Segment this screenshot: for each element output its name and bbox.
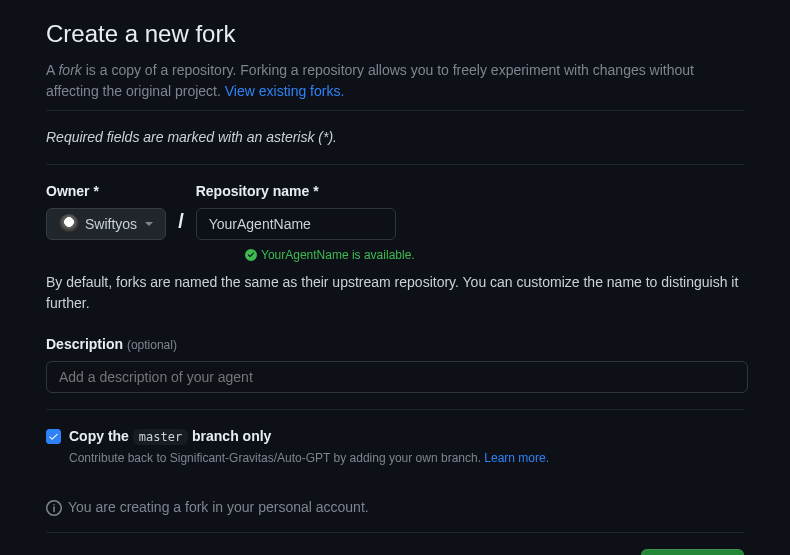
branch-badge: master	[133, 429, 188, 445]
owner-selected-value: Swiftyos	[85, 214, 137, 235]
owner-select[interactable]: Swiftyos	[46, 208, 166, 240]
availability-status: YourAgentName is available.	[245, 246, 744, 264]
info-text: You are creating a fork in your personal…	[68, 497, 369, 518]
check-icon	[48, 431, 59, 442]
description-label: Description	[46, 336, 123, 352]
learn-more-link[interactable]: Learn more.	[484, 451, 549, 465]
optional-label: (optional)	[127, 338, 177, 352]
description-input[interactable]	[46, 361, 748, 393]
caret-down-icon	[145, 222, 153, 226]
info-icon	[46, 500, 62, 516]
name-help-text: By default, forks are named the same as …	[46, 272, 744, 314]
copy-branch-label: Copy the master branch only	[69, 426, 744, 447]
check-circle-icon	[245, 249, 257, 261]
repo-name-label: Repository name *	[196, 181, 396, 202]
avatar	[59, 214, 79, 234]
create-fork-button[interactable]: Create fork	[641, 549, 744, 555]
divider	[46, 409, 744, 410]
copy-branch-subtext: Contribute back to Significant-Gravitas/…	[69, 449, 744, 467]
view-existing-forks-link[interactable]: View existing forks.	[225, 83, 345, 99]
page-title: Create a new fork	[46, 16, 744, 52]
copy-branch-checkbox[interactable]	[46, 429, 61, 444]
owner-label: Owner *	[46, 181, 166, 202]
subtitle: A fork is a copy of a repository. Forkin…	[46, 60, 744, 111]
repo-name-input[interactable]	[196, 208, 396, 240]
slash-separator: /	[174, 206, 188, 240]
required-fields-note: Required fields are marked with an aster…	[46, 119, 744, 165]
